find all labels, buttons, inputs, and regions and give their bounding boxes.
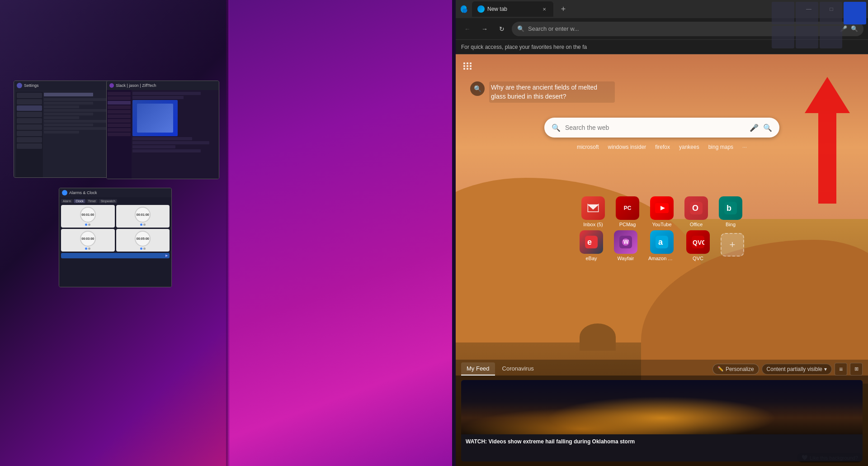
svg-text:QVC: QVC [693,239,704,246]
settings-row [44,109,107,112]
settings-row [44,116,79,119]
quick-tile[interactable] [820,2,842,24]
shortcut-windows-insider[interactable]: windows insider [606,143,648,151]
app-icon-office[interactable]: O Office [683,195,710,229]
quick-tile-active[interactable] [844,2,866,24]
app-icon-wayfair[interactable]: W Wayfair [612,228,639,263]
quick-tile[interactable] [796,26,818,48]
quick-tile[interactable] [772,2,794,24]
quick-tiles-grid [772,2,866,48]
new-tab-button[interactable]: + [557,3,570,15]
quick-tile[interactable] [796,2,818,24]
wayfair-icon-img: W [614,230,637,254]
settings-window-preview[interactable]: Settings [14,81,118,178]
search-icon: 🔍 [517,25,524,32]
apps-dot-row [463,65,472,67]
timer-dots-3 [85,247,90,250]
settings-row [44,131,79,133]
slack-sidebar [107,90,132,179]
slack-window-preview[interactable]: Slack | jason | ZiffTech [106,81,219,179]
desktop-right-bg [228,0,452,466]
search-go-icon[interactable]: 🔍 [763,124,772,132]
favorites-text: For quick access, place your favorites h… [461,44,587,50]
shortcut-yankees[interactable]: yankees [677,143,701,151]
slack-message [132,141,209,144]
feed-tabs: My Feed Coronavirus ✏️ Personalize Conte… [456,360,868,376]
app-icon-pcmag[interactable]: PC PCMag [614,195,641,229]
slack-channel [108,119,131,123]
settings-row [44,102,93,105]
slack-title-bar: Slack | jason | ZiffTech [107,81,219,90]
slack-screenshot-preview [132,100,178,136]
svg-text:O: O [692,204,698,213]
active-browser-tab[interactable]: New tab ✕ [472,1,553,17]
youtube-label: YouTube [652,222,671,227]
content-visibility-dropdown[interactable]: Content partially visible ▾ [762,364,832,375]
qvc-label: QVC [693,256,703,261]
apps-menu-icon[interactable] [460,59,475,73]
bing-question-icon: 🔍 [470,81,485,96]
coronavirus-label: Coronavirus [502,365,534,372]
youtube-icon-img [650,196,674,220]
timer-dot [143,223,146,226]
office-label: Office [690,222,703,227]
ebay-icon-img: e [580,230,603,254]
app-icon-youtube[interactable]: YouTube [648,195,675,229]
forward-button[interactable]: → [477,22,492,36]
alarms-window-preview[interactable]: Alarms & Clock Alarm Clock Timer Stopwat… [59,188,172,287]
refresh-button[interactable]: ↻ [495,22,509,36]
quick-tile[interactable] [820,26,842,48]
feed-news-card[interactable]: WATCH: Videos show extreme hail falling … [461,380,863,461]
alarms-tab-alarm: Alarm [61,199,73,203]
app-icon-ebay[interactable]: e eBay [578,228,605,263]
address-bar-row: ← → ↻ 🔍 Search or enter w... 🎤 🔍 [456,18,868,40]
pcmag-label: PCMag [619,222,636,227]
app-icon-qvc[interactable]: QVC QVC [684,228,712,263]
settings-title-bar: Settings [14,81,117,90]
svg-text:b: b [726,204,731,213]
slack-message [132,92,201,95]
timer-dots-1 [85,223,90,226]
quick-tile[interactable] [772,26,794,48]
bing-svg: b [724,202,737,214]
feed-tab-controls: ✏️ Personalize Content partially visible… [712,363,863,376]
shortcut-firefox[interactable]: firefox [653,143,672,151]
feed-list-view-button[interactable]: ≡ [835,363,847,376]
feed-card-image [461,380,863,434]
timer-dot [143,247,146,250]
settings-icon [17,83,22,88]
add-app-button[interactable]: + [721,233,744,257]
bing-question-text[interactable]: Why are there ancient fields of melted g… [489,81,615,103]
personalize-button[interactable]: ✏️ Personalize [712,364,759,375]
svg-text:e: e [587,238,592,247]
feed-tab-coronavirus[interactable]: Coronavirus [497,362,539,376]
feed-tab-my-feed[interactable]: My Feed [461,362,495,376]
timer-grid: 00:01:00 00:01:00 00:03:00 [61,205,170,252]
app-icon-bing[interactable]: b Bing [717,195,744,229]
shortcut-microsoft[interactable]: microsoft [575,143,601,151]
apps-menu-dot [463,68,465,70]
tab-close-button[interactable]: ✕ [541,5,548,13]
bing-label: Bing [726,222,736,227]
mic-search-icon[interactable]: 🎤 [750,124,759,132]
feed-grid-view-button[interactable]: ⊞ [850,363,863,376]
add-app-icon[interactable]: + [719,231,746,260]
shortcut-bing-maps[interactable]: bing maps [707,143,735,151]
app-icon-amazon[interactable]: a Amazon Assi... [646,228,677,263]
slack-channel [108,96,131,100]
timer-item-4: 00:05:00 [116,229,170,252]
settings-sidebar-item [17,112,42,117]
app-icon-gmail[interactable]: Inbox (5) [580,195,607,229]
alarms-tab-clock: Clock [74,199,85,203]
gmail-label: Inbox (5) [583,222,603,227]
bing-question-section[interactable]: 🔍 Why are there ancient fields of melted… [470,81,615,103]
slack-message [132,145,175,148]
settings-sidebar [16,92,43,178]
more-shortcuts[interactable]: ··· [741,143,749,151]
web-search-input[interactable] [565,124,745,131]
settings-sidebar-item [17,99,42,105]
back-button[interactable]: ← [460,22,475,36]
web-search-bar[interactable]: 🔍 🎤 🔍 [544,118,779,138]
settings-sidebar-item-active [17,105,42,111]
slack-main-content [132,90,219,179]
